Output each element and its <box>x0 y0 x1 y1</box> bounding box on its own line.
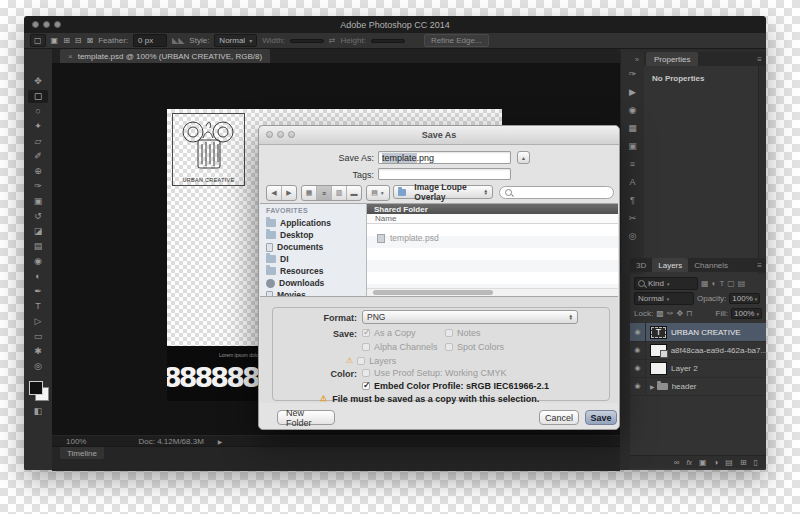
layer-row-header-group[interactable]: ◉ ▶ header <box>630 377 766 396</box>
adjustments-panel-icon[interactable]: ▦ <box>628 124 637 133</box>
visibility-eye-icon[interactable]: ◉ <box>630 323 646 341</box>
timeline-tab[interactable]: Timeline <box>60 447 104 459</box>
filter-smart-object-icon[interactable]: ▤ <box>738 279 746 288</box>
expand-group-icon[interactable]: ▶ <box>650 383 655 390</box>
eraser-tool[interactable]: ◪ <box>28 225 48 238</box>
layer-name[interactable]: header <box>672 382 697 391</box>
collapse-panels-icon[interactable]: » <box>635 56 639 63</box>
horizontal-scrollbar[interactable] <box>367 288 618 296</box>
layer-mask-icon[interactable]: ▣ <box>699 458 707 467</box>
column-view-icon[interactable]: ▥ <box>332 186 347 200</box>
layer-effects-icon[interactable]: fx <box>686 459 691 466</box>
checkbox-icon[interactable] <box>362 343 370 351</box>
active-tool-icon[interactable]: ▢ <box>30 34 46 47</box>
sidebar-item-documents[interactable]: Documents <box>266 242 323 252</box>
tab-properties[interactable]: Properties <box>646 52 698 66</box>
actions-panel-icon[interactable]: ▶ <box>629 88 636 97</box>
name-column-header[interactable]: Name <box>367 214 618 224</box>
history-brush-tool[interactable]: ↺ <box>28 210 48 223</box>
back-icon[interactable]: ◀ <box>267 186 282 200</box>
character-panel-icon[interactable]: A <box>629 178 635 187</box>
tab-3d[interactable]: 3D <box>630 258 652 272</box>
feather-input[interactable]: 0 px <box>133 34 167 47</box>
sidebar-item-desktop[interactable]: Desktop <box>266 230 314 240</box>
filename-input[interactable]: template.png <box>378 151 511 164</box>
tab-layers[interactable]: Layers <box>652 258 688 272</box>
layer-name[interactable]: a8f48caa-ea9d-462a-ba7... <box>671 346 766 355</box>
layer-thumbnail[interactable] <box>650 344 667 357</box>
layer-name[interactable]: Layer 2 <box>671 364 698 373</box>
checkbox-icon[interactable] <box>445 343 453 351</box>
status-menu-arrow-icon[interactable]: ▶ <box>218 438 223 445</box>
close-button[interactable] <box>32 21 39 28</box>
layer-thumbnail[interactable] <box>650 362 667 375</box>
minimize-button[interactable] <box>43 21 50 28</box>
dodge-tool[interactable]: ◐ <box>28 270 48 283</box>
foreground-color-swatch[interactable] <box>29 381 43 395</box>
action-menu[interactable]: ▤▼ <box>366 185 390 201</box>
properties-scrollbar[interactable] <box>758 66 766 274</box>
swap-dimensions-icon[interactable]: ⇄ <box>329 36 336 45</box>
visibility-eye-icon[interactable]: ◉ <box>630 377 646 395</box>
cancel-button[interactable]: Cancel <box>539 410 579 425</box>
refine-edge-button[interactable]: Refine Edge... <box>424 34 489 47</box>
layer-name[interactable]: URBAN CREATIVE <box>671 328 741 337</box>
panel-menu-icon[interactable]: ≡ <box>757 261 762 270</box>
lock-position-icon[interactable]: ✥ <box>676 309 683 318</box>
filter-shape-icon[interactable]: ▢ <box>727 279 735 288</box>
ps-titlebar[interactable]: Adobe Photoshop CC 2014 <box>24 16 766 33</box>
checkbox-spot-colors[interactable]: Spot Colors <box>445 342 504 352</box>
link-layers-icon[interactable]: ∞ <box>674 458 680 467</box>
checkbox-use-proof-setup[interactable]: Use Proof Setup: Working CMYK <box>362 368 506 378</box>
expand-dialog-button[interactable]: ▲ <box>517 151 530 164</box>
height-input[interactable] <box>371 39 405 43</box>
close-tab-icon[interactable]: × <box>68 52 73 61</box>
clone-stamp-tool[interactable]: ▣ <box>28 195 48 208</box>
blend-mode-dropdown[interactable]: Normal <box>634 292 694 305</box>
shape-tool[interactable]: ▭ <box>28 330 48 343</box>
checkbox-as-a-copy[interactable]: As a Copy <box>362 328 416 338</box>
forward-icon[interactable]: ▶ <box>282 186 296 200</box>
checkbox-layers[interactable]: ⚠ Layers <box>346 356 396 366</box>
file-row-template-psd[interactable]: template.psd <box>367 232 618 244</box>
selection-mode-icon-2[interactable]: ⊟ <box>75 36 82 45</box>
new-layer-icon[interactable]: ⊞ <box>740 458 747 467</box>
checkbox-embed-color-profile[interactable]: Embed Color Profile: sRGB IEC61966-2.1 <box>362 381 549 391</box>
fill-value[interactable]: 100% <box>731 308 762 319</box>
filter-type-icon[interactable]: T <box>719 279 724 288</box>
style-dropdown[interactable]: Normal <box>214 34 257 47</box>
filter-adjustment-icon[interactable]: ◐ <box>712 279 717 288</box>
minimize-button[interactable] <box>277 131 284 138</box>
new-group-icon[interactable]: ▤ <box>725 458 733 467</box>
width-input[interactable] <box>290 39 324 43</box>
selection-mode-icon-1[interactable]: ⊞ <box>63 36 70 45</box>
tab-channels[interactable]: Channels <box>688 258 734 272</box>
checkbox-notes[interactable]: Notes <box>445 328 481 338</box>
layer-row-a8f48caa[interactable]: ◉ a8f48caa-ea9d-462a-ba7... <box>630 341 766 360</box>
brush-tool[interactable]: ✑ <box>28 180 48 193</box>
adjustment-layer-icon[interactable]: ◑ <box>713 458 718 467</box>
tool-presets-panel-icon[interactable]: ✂ <box>629 214 637 223</box>
format-dropdown[interactable]: PNG <box>362 310 578 324</box>
zoom-button[interactable] <box>54 21 61 28</box>
paragraph-panel-icon[interactable]: ¶ <box>630 196 635 205</box>
zoom-tool[interactable]: ◎ <box>28 360 48 373</box>
save-button[interactable]: Save <box>585 410 617 425</box>
checkbox-icon[interactable] <box>362 329 370 337</box>
opacity-value[interactable]: 100% <box>729 293 760 304</box>
antialias-icon[interactable]: ◣◣ <box>172 36 184 45</box>
lasso-tool[interactable]: ○ <box>28 105 48 118</box>
checkbox-icon[interactable] <box>362 369 370 377</box>
checkbox-icon[interactable] <box>362 382 370 390</box>
pen-tool[interactable]: ✒ <box>28 285 48 298</box>
history-panel-icon[interactable]: ◉ <box>629 106 637 115</box>
list-view-icon[interactable]: ≡ <box>317 186 332 200</box>
checkbox-icon[interactable] <box>357 357 365 365</box>
hand-tool[interactable]: ✱ <box>28 345 48 358</box>
text-layer-thumbnail[interactable]: T <box>650 326 667 339</box>
brush-presets-panel-icon[interactable]: ✑ <box>629 70 637 79</box>
delete-layer-icon[interactable]: ▯ <box>754 458 758 467</box>
crop-tool[interactable]: ▱ <box>28 135 48 148</box>
kind-filter-dropdown[interactable]: Kind <box>634 277 698 290</box>
navigator-panel-icon[interactable]: ◎ <box>629 232 637 241</box>
